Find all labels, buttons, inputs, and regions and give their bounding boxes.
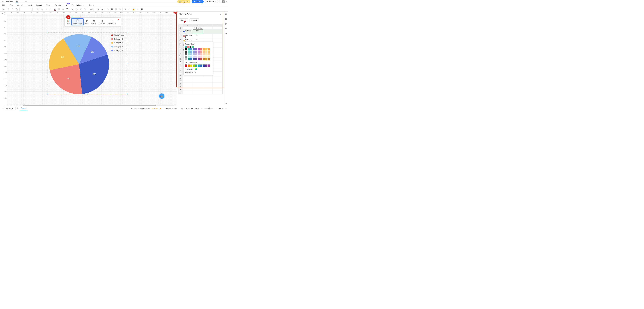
row-header[interactable]: 1	[178, 27, 183, 29]
color-swatch[interactable]	[195, 51, 197, 53]
import-button[interactable]: Import	[179, 18, 188, 22]
page-tab[interactable]: Page-1	[20, 106, 28, 110]
row-header[interactable]: 3	[178, 34, 183, 38]
menu-search[interactable]: Search Feature	[72, 4, 85, 6]
row-header[interactable]: 5	[178, 43, 183, 47]
row-header[interactable]: 20	[178, 88, 183, 91]
sheet-cell-value[interactable]: 180	[193, 34, 203, 38]
color-swatch[interactable]	[198, 48, 200, 50]
color-swatch[interactable]	[188, 48, 190, 50]
color-swatch[interactable]	[192, 64, 195, 67]
color-swatch[interactable]	[185, 51, 187, 53]
zoom-out-icon[interactable]: −	[202, 107, 202, 109]
expand-link[interactable]: Expand	[152, 107, 158, 109]
open-external-icon[interactable]: ↗	[21, 0, 22, 3]
chart-style-button[interactable]: ◐ Style	[84, 18, 90, 25]
star-icon[interactable]: ☆	[25, 0, 27, 3]
col-header[interactable]: C	[203, 24, 213, 26]
sheet-cell[interactable]: Sector's v...	[193, 27, 203, 29]
text-icon[interactable]: T	[70, 7, 75, 11]
color-swatch[interactable]	[190, 58, 192, 60]
row-header[interactable]: 16	[178, 77, 183, 80]
row-header[interactable]: 9	[178, 58, 183, 60]
undo-icon[interactable]: ↶	[6, 7, 11, 11]
color-swatch[interactable]	[205, 64, 207, 67]
underline-icon[interactable]: U	[49, 7, 53, 11]
row-header[interactable]: 12	[178, 66, 183, 69]
sheet-cell-category[interactable]: Category 1	[183, 29, 193, 34]
fit-icon[interactable]: ⤢	[226, 107, 227, 109]
color-swatch[interactable]	[195, 56, 197, 58]
chart-type-button[interactable]: 📊 Type	[65, 18, 71, 25]
present-icon[interactable]: ▣	[140, 7, 144, 11]
row-header[interactable]: 14	[178, 71, 183, 74]
export-button[interactable]: Export	[190, 18, 199, 22]
col-header[interactable]: A	[183, 24, 193, 26]
chart-legend-button[interactable]: ☵ Legend	[90, 18, 98, 25]
row-header[interactable]: 6	[178, 47, 183, 52]
color-swatch[interactable]	[202, 53, 205, 55]
row-header[interactable]: 13	[178, 69, 183, 71]
row-header[interactable]: 17	[178, 80, 183, 82]
italic-icon[interactable]: I	[45, 7, 49, 11]
color-swatch[interactable]	[202, 48, 205, 50]
color-swatch[interactable]	[200, 53, 202, 55]
close-icon[interactable]: ✕	[220, 13, 222, 15]
color-swatch[interactable]	[188, 58, 190, 60]
history-icon[interactable]: ↻	[225, 32, 227, 34]
menu-layout[interactable]: Layout	[36, 4, 42, 6]
eyedropper-button[interactable]: Eyedropper	[185, 71, 194, 73]
color-swatch[interactable]	[205, 53, 207, 55]
color-swatch[interactable]	[190, 48, 192, 50]
apps-icon[interactable]: ⊞	[225, 18, 227, 20]
color-swatch[interactable]	[188, 51, 190, 53]
panel-toggle-icon[interactable]: »	[2, 12, 3, 14]
menu-plugin[interactable]: Plugin	[89, 4, 94, 6]
spacing-icon[interactable]: ↔	[100, 7, 104, 11]
color-swatch[interactable]	[198, 53, 200, 55]
manage-data-button[interactable]: 🗐 Manage Data	[71, 18, 84, 25]
color-swatch[interactable]	[202, 58, 205, 60]
color-swatch[interactable]	[192, 53, 195, 55]
color-swatch[interactable]	[198, 56, 200, 58]
color-swatch[interactable]	[195, 58, 197, 60]
align-icon[interactable]: ≡	[61, 7, 65, 11]
color-swatch[interactable]	[208, 56, 210, 58]
page-select[interactable]: Page-1 ▾	[4, 107, 16, 110]
color-swatch[interactable]	[202, 56, 205, 58]
font-family-select[interactable]: ▾	[20, 7, 33, 11]
color-swatch[interactable]	[208, 48, 210, 50]
row-header[interactable]: 10	[178, 60, 183, 63]
color-swatch[interactable]	[195, 48, 197, 50]
arrow-select[interactable]: →▾	[94, 7, 100, 11]
color-swatch[interactable]	[200, 48, 202, 50]
select-tool-icon[interactable]: ▱	[127, 7, 132, 11]
present-icon[interactable]: ▣	[225, 23, 227, 25]
page-icon[interactable]: 🗎	[225, 27, 227, 30]
zoom-in-icon[interactable]: +	[215, 107, 216, 109]
color-swatch[interactable]	[190, 64, 192, 67]
zoom-slider[interactable]	[204, 108, 213, 108]
zoom-value[interactable]: 141%	[195, 107, 199, 109]
sheet-cell-value[interactable]: 220	[193, 29, 203, 34]
color-swatch[interactable]	[208, 53, 210, 55]
chat-assistant-button[interactable]: 🤖	[159, 93, 164, 99]
color-swatch[interactable]	[205, 51, 207, 53]
color-swatch[interactable]	[198, 58, 200, 60]
bold-icon[interactable]: B	[40, 7, 45, 11]
crop-icon[interactable]: ✂	[118, 7, 122, 11]
pie-chart[interactable]: 120100220180150	[48, 33, 110, 95]
color-swatch[interactable]	[185, 56, 187, 58]
color-swatch[interactable]	[190, 51, 192, 53]
row-header[interactable]: 15	[178, 74, 183, 77]
color-swatch[interactable]	[195, 64, 197, 67]
color-swatch[interactable]	[190, 56, 192, 58]
sheet-cell-category[interactable]: Category 2	[183, 34, 193, 38]
color-swatch[interactable]	[188, 53, 190, 55]
add-page-button[interactable]: +	[17, 107, 18, 110]
color-swatch[interactable]	[192, 48, 195, 50]
row-header[interactable]: 11	[178, 63, 183, 66]
layers-icon[interactable]: ▦	[114, 7, 118, 11]
color-swatch[interactable]	[192, 56, 195, 58]
line-color-icon[interactable]: ✏	[79, 7, 83, 11]
